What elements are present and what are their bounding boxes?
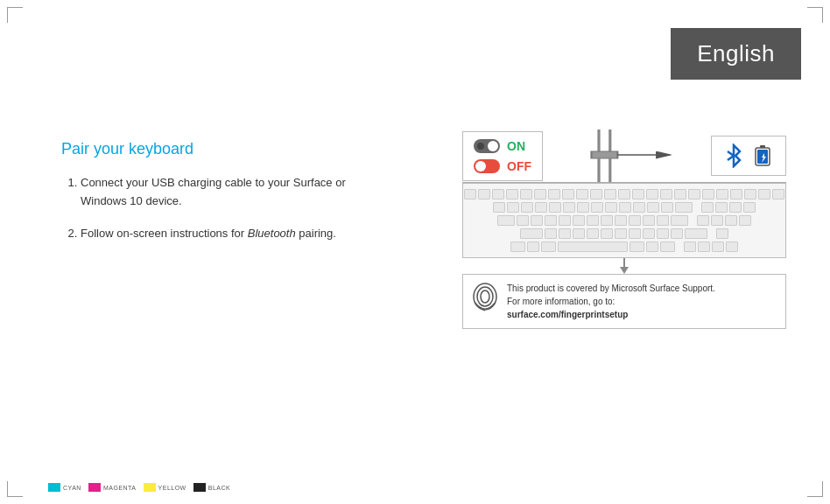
key — [559, 228, 571, 239]
key — [657, 228, 669, 239]
key — [698, 242, 710, 252]
key — [646, 189, 658, 200]
keyboard-row-4 — [468, 228, 780, 239]
key — [647, 202, 659, 213]
support-box: This product is covered by Microsoft Sur… — [462, 274, 786, 329]
keyboard-row-3 — [468, 215, 780, 226]
diagram-top-row: ON OFF — [462, 130, 786, 182]
svg-rect-7 — [591, 151, 617, 158]
key — [702, 189, 714, 200]
key — [701, 202, 714, 213]
svg-rect-14 — [760, 145, 765, 148]
key — [675, 202, 693, 213]
key-gap — [694, 202, 700, 213]
svg-point-20 — [481, 290, 489, 303]
key — [492, 189, 504, 200]
key — [559, 215, 571, 226]
cable-area — [543, 130, 711, 182]
left-content: Pair your keyboard Connect your USB char… — [61, 140, 394, 256]
keyboard-diagram — [462, 183, 786, 258]
key — [661, 202, 673, 213]
key — [729, 202, 742, 213]
corner-mark-br — [807, 481, 823, 497]
key — [562, 189, 574, 200]
key — [688, 189, 700, 200]
off-label: OFF — [507, 159, 531, 173]
toggle-on-icon — [474, 139, 500, 153]
right-diagram: ON OFF — [462, 130, 786, 329]
key — [725, 215, 737, 226]
key — [633, 202, 645, 213]
key — [674, 189, 686, 200]
keyboard-row-5 — [468, 242, 780, 252]
key — [726, 242, 738, 252]
key — [697, 215, 709, 226]
toggle-off-row: OFF — [474, 159, 531, 173]
svg-point-1 — [488, 141, 498, 151]
key — [615, 215, 627, 226]
key — [671, 215, 688, 226]
key — [510, 242, 525, 252]
key — [576, 189, 588, 200]
key — [520, 189, 532, 200]
yellow-swatch — [144, 483, 156, 492]
key — [646, 242, 658, 252]
key — [716, 189, 728, 200]
key — [478, 189, 490, 200]
key — [660, 242, 675, 252]
black-swatch — [193, 483, 206, 492]
key — [517, 215, 529, 226]
key-gap — [709, 228, 714, 239]
key — [615, 228, 627, 239]
down-arrow — [462, 258, 786, 274]
on-label: ON — [507, 139, 525, 153]
key — [493, 202, 505, 213]
key — [548, 189, 560, 200]
page-title: Pair your keyboard — [61, 140, 394, 158]
key — [545, 228, 557, 239]
key — [730, 189, 742, 200]
diagram-container: ON OFF — [462, 130, 786, 329]
key-gap — [690, 215, 695, 226]
key — [657, 215, 669, 226]
key — [464, 189, 476, 200]
toggle-switch-box: ON OFF — [462, 131, 543, 181]
key — [711, 215, 723, 226]
key — [497, 215, 515, 226]
key — [758, 189, 770, 200]
keyboard-row-2 — [468, 202, 780, 213]
key-gap — [677, 242, 682, 252]
swatch-item-yellow: YELLOW — [144, 483, 186, 492]
key — [590, 189, 602, 200]
cyan-label: CYAN — [63, 485, 81, 491]
swatch-item-black: BLACK — [193, 483, 230, 492]
support-url: surface.com/fingerprintsetup — [507, 310, 628, 319]
key — [577, 202, 589, 213]
key — [549, 202, 561, 213]
key — [772, 189, 784, 200]
instruction-2: Follow on-screen instructions for Blueto… — [81, 225, 394, 243]
key — [684, 242, 696, 252]
svg-point-2 — [477, 143, 484, 150]
key — [534, 189, 546, 200]
key — [507, 202, 519, 213]
down-arrow-svg — [618, 258, 630, 274]
key — [545, 215, 557, 226]
support-text: This product is covered by Microsoft Sur… — [507, 282, 715, 321]
key — [531, 215, 543, 226]
key — [591, 202, 603, 213]
key — [744, 189, 756, 200]
key — [604, 189, 616, 200]
key — [743, 202, 756, 213]
key — [715, 202, 728, 213]
key — [630, 242, 644, 252]
keyboard-row-1 — [468, 189, 780, 200]
battery-icon — [754, 144, 773, 168]
key — [521, 202, 533, 213]
key — [527, 242, 539, 252]
color-swatches: CYAN MAGENTA YELLOW BLACK — [48, 483, 230, 492]
key — [573, 228, 585, 239]
key — [716, 228, 728, 239]
key — [587, 228, 599, 239]
key — [541, 242, 556, 252]
